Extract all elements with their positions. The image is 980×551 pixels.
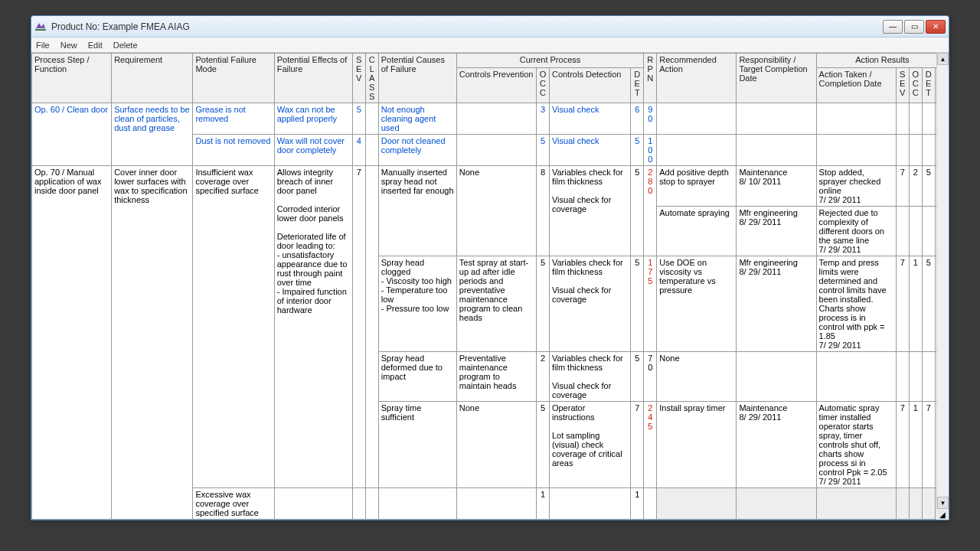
- cell[interactable]: 6: [631, 103, 644, 135]
- cell[interactable]: [365, 488, 378, 520]
- cell[interactable]: 5: [922, 256, 935, 352]
- cell[interactable]: [909, 103, 922, 135]
- cell[interactable]: Dust is not removed: [193, 135, 274, 166]
- cell[interactable]: 7: [352, 166, 365, 488]
- menu-file[interactable]: File: [36, 41, 50, 50]
- cell[interactable]: [922, 207, 935, 256]
- cell[interactable]: None: [456, 402, 536, 488]
- hdr-sev[interactable]: S E V: [352, 54, 365, 103]
- cell[interactable]: [816, 352, 896, 402]
- cell[interactable]: Mfr engineering 8/ 29/ 2011: [737, 207, 816, 256]
- cell[interactable]: [896, 135, 909, 166]
- hdr-results[interactable]: Action Results: [816, 54, 948, 68]
- hdr-mode[interactable]: Potential Failure Mode: [193, 54, 274, 103]
- cell[interactable]: Maintenance 8/ 29/ 2011: [737, 402, 816, 488]
- cell[interactable]: Manually inserted spray head not inserte…: [378, 166, 456, 256]
- cell[interactable]: Grease is not removed: [193, 103, 274, 135]
- hdr-resp[interactable]: Responsibility / Target Completion Date: [737, 54, 816, 103]
- cell[interactable]: Operator instructions Lot sampling (visu…: [549, 402, 630, 488]
- cell[interactable]: [909, 207, 922, 256]
- hdr-class[interactable]: C L A S S: [365, 54, 378, 103]
- cell[interactable]: Install spray timer: [657, 402, 737, 488]
- cell[interactable]: [896, 352, 909, 402]
- cell[interactable]: 175: [644, 256, 657, 352]
- cell[interactable]: 1: [909, 256, 922, 352]
- vertical-scrollbar[interactable]: ▲ ▼: [936, 53, 949, 509]
- cell[interactable]: [816, 103, 896, 135]
- table-row[interactable]: Op. 60 / Clean door Surface needs to be …: [32, 103, 949, 135]
- cell[interactable]: [657, 103, 737, 135]
- cell[interactable]: Mfr engineering 8/ 29/ 2011: [737, 256, 816, 352]
- scroll-down-icon[interactable]: ▼: [937, 497, 949, 509]
- cell[interactable]: Insufficient wax coverage over specified…: [193, 166, 274, 488]
- cell[interactable]: [456, 135, 536, 166]
- cell[interactable]: Stop added, sprayer checked online 7/ 29…: [816, 166, 896, 207]
- cell[interactable]: 7: [922, 402, 935, 488]
- cell[interactable]: Rejected due to complexity of different …: [816, 207, 896, 256]
- cell[interactable]: [909, 135, 922, 166]
- cell[interactable]: [657, 488, 737, 520]
- cell[interactable]: Spray time sufficient: [378, 402, 456, 488]
- cell[interactable]: 70: [644, 352, 657, 402]
- cell[interactable]: Maintenance 8/ 10/ 2011: [737, 166, 816, 207]
- cell[interactable]: [657, 135, 737, 166]
- cell[interactable]: Variables check for film thickness Visua…: [549, 166, 630, 256]
- cell[interactable]: [922, 103, 935, 135]
- cell[interactable]: 5: [536, 256, 549, 352]
- cell[interactable]: Wax will not cover door completely: [274, 135, 352, 166]
- cell[interactable]: [922, 135, 935, 166]
- cell[interactable]: [456, 103, 536, 135]
- cell[interactable]: 5: [352, 103, 365, 135]
- hdr-rpn[interactable]: R P N: [644, 54, 657, 103]
- cell[interactable]: [909, 488, 922, 520]
- cell[interactable]: [816, 135, 896, 166]
- cell[interactable]: [365, 166, 378, 488]
- cell[interactable]: [365, 135, 378, 166]
- cell[interactable]: 8: [536, 166, 549, 256]
- cell[interactable]: [896, 488, 909, 520]
- cell[interactable]: Excessive wax coverage over specified su…: [193, 488, 274, 520]
- hdr-occ2[interactable]: O C C: [909, 68, 922, 103]
- cell[interactable]: [456, 488, 536, 520]
- cell[interactable]: [274, 488, 352, 520]
- resize-handle-icon[interactable]: ◢: [936, 509, 949, 520]
- hdr-occ[interactable]: O C C: [536, 68, 549, 103]
- cell[interactable]: [644, 488, 657, 520]
- cell[interactable]: [896, 103, 909, 135]
- cell[interactable]: 7: [631, 402, 644, 488]
- cell[interactable]: Use DOE on viscosity vs temperature vs p…: [657, 256, 737, 352]
- cell[interactable]: 280: [644, 166, 657, 256]
- cell[interactable]: Variables check for film thickness Visua…: [549, 256, 630, 352]
- cell[interactable]: Variables check for film thickness Visua…: [549, 352, 630, 402]
- cell[interactable]: [352, 488, 365, 520]
- fmea-table[interactable]: Process Step / Function Requirement Pote…: [31, 53, 949, 520]
- hdr-recommend[interactable]: Recommended Action: [657, 54, 737, 103]
- hdr-process[interactable]: Process Step / Function: [32, 54, 112, 103]
- hdr-det[interactable]: D E T: [631, 68, 644, 103]
- cell[interactable]: [816, 488, 896, 520]
- cell[interactable]: [378, 488, 456, 520]
- cell[interactable]: Automate spraying: [657, 207, 737, 256]
- cell[interactable]: Test spray at start-up ad after idle per…: [456, 256, 536, 352]
- cell[interactable]: Add positive depth stop to sprayer: [657, 166, 737, 207]
- menu-new[interactable]: New: [60, 41, 77, 50]
- cell[interactable]: [737, 135, 816, 166]
- cell[interactable]: Surface needs to be clean of particles, …: [112, 103, 193, 166]
- cell[interactable]: Op. 70 / Manual application of wax insid…: [32, 166, 112, 520]
- cell[interactable]: 1: [631, 488, 644, 520]
- hdr-sev2[interactable]: S E V: [896, 68, 909, 103]
- cell[interactable]: [365, 103, 378, 135]
- cell[interactable]: 1: [909, 402, 922, 488]
- cell[interactable]: Cover inner door lower surfaces with wax…: [112, 166, 193, 520]
- close-button[interactable]: ✕: [926, 20, 946, 34]
- cell[interactable]: Allows integrity breach of inner door pa…: [274, 166, 352, 488]
- hdr-current[interactable]: Current Process: [456, 54, 643, 68]
- table-row[interactable]: Op. 70 / Manual application of wax insid…: [32, 166, 949, 207]
- cell[interactable]: 5: [631, 256, 644, 352]
- cell[interactable]: [922, 488, 935, 520]
- cell[interactable]: 5: [631, 166, 644, 256]
- hdr-prevent[interactable]: Controls Prevention: [456, 68, 536, 103]
- cell[interactable]: Visual check: [549, 135, 630, 166]
- cell[interactable]: Spray head deformed due to impact: [378, 352, 456, 402]
- cell[interactable]: None: [456, 166, 536, 256]
